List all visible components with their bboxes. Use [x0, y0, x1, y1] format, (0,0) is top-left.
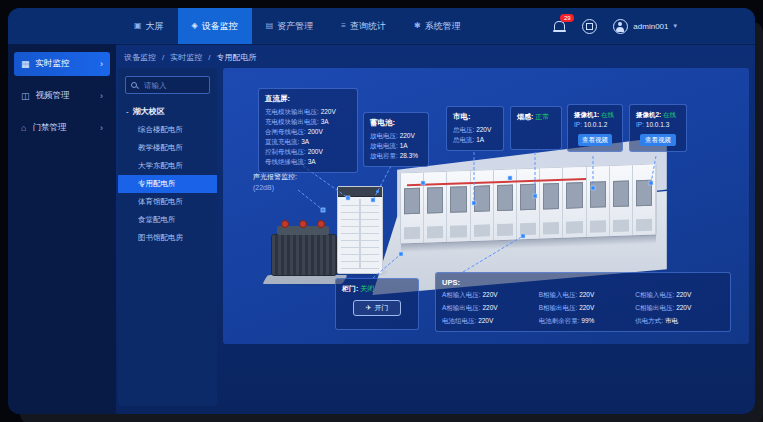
- metric-label: 控制母线电压:: [265, 148, 306, 155]
- breadcrumb-current: 专用配电所: [216, 52, 256, 63]
- transformer: [265, 214, 345, 284]
- metric-label: 电池剩余容量:: [539, 317, 580, 324]
- nav-tab-label: 资产管理: [277, 20, 313, 33]
- callout-mains: 市电: 总电压: 220V 总电流: 1A: [446, 106, 504, 151]
- metric-label: A相输出电压:: [442, 304, 481, 311]
- nav-tab-label: 大屏: [146, 20, 164, 33]
- sidebar-item-label: 实时监控: [36, 58, 70, 70]
- breadcrumb: 设备监控 / 实时监控 / 专用配电所: [124, 50, 256, 64]
- metric-value: 220V: [676, 304, 691, 311]
- metric-label: 放电电流:: [370, 142, 398, 149]
- asset-icon: ▤: [266, 22, 274, 30]
- tree-item-selected[interactable]: 专用配电所: [118, 175, 217, 193]
- fullscreen-icon[interactable]: [582, 19, 597, 34]
- camera-label: 摄像机1:: [574, 111, 599, 118]
- nav-tab-label: 设备监控: [202, 20, 238, 33]
- tree-item[interactable]: 综合楼配电所: [118, 121, 217, 139]
- camera-status: 在线: [663, 111, 676, 118]
- metric-label: B相输出电压:: [539, 304, 578, 311]
- left-sidebar: ▦ 实时监控 › ◫ 视频管理 › ⌂ 门禁管理 ›: [8, 44, 116, 414]
- alarm-bell-icon[interactable]: 29: [552, 19, 566, 33]
- metric-value: 28.3%: [400, 152, 418, 159]
- battery-cabinet: [337, 186, 383, 274]
- metric-value: 3A: [308, 158, 316, 165]
- metric-label: 总电流:: [453, 136, 474, 143]
- metric-value: 99%: [581, 317, 594, 324]
- breadcrumb-item[interactable]: 实时监控: [170, 52, 202, 63]
- tree-item[interactable]: 大学东配电所: [118, 157, 217, 175]
- tree-item[interactable]: 教学楼配电所: [118, 139, 217, 157]
- callout-camera-2: 摄像机2: 在线 IP: 10.0.1.3 查看视频: [629, 104, 687, 152]
- metric-label: A相输入电压:: [442, 291, 481, 298]
- ip-value: 10.0.1.2: [584, 121, 608, 128]
- metric-value: 220V: [478, 317, 493, 324]
- metric-label: 放电容量:: [370, 152, 398, 159]
- battery-title: 蓄电池:: [370, 118, 422, 128]
- tree-item[interactable]: 图书馆配电房: [118, 229, 217, 247]
- nav-tab-label: 查询统计: [350, 20, 386, 33]
- user-menu[interactable]: admin001 ▾: [613, 19, 677, 34]
- sidebar-item-realtime-monitor[interactable]: ▦ 实时监控 ›: [14, 52, 110, 76]
- search-input[interactable]: [142, 80, 204, 91]
- open-door-label: 开门: [374, 303, 388, 313]
- metric-value: 220V: [579, 304, 594, 311]
- tree-item[interactable]: 食堂配电所: [118, 211, 217, 229]
- metric-value: 200V: [308, 148, 323, 155]
- screen-icon: ▣: [134, 22, 142, 30]
- door-status: 关闭: [360, 285, 374, 292]
- smoke-label: 烟感:: [517, 113, 533, 120]
- bell-icon: [554, 21, 565, 30]
- nav-tab-dashboard[interactable]: ▣ 大屏: [120, 8, 178, 44]
- door-icon: ⌂: [21, 124, 26, 133]
- monitor-canvas: 直流屏: 充电模块输出电压: 220V 充电模块输出电流: 3A 合闸母线电压:…: [223, 68, 749, 344]
- chevron-down-icon: ▾: [673, 22, 677, 30]
- ups-title: UPS:: [442, 278, 724, 287]
- metric-value: 200V: [308, 128, 323, 135]
- metric-value: 1A: [400, 142, 408, 149]
- metric-value: 3A: [301, 138, 309, 145]
- nav-tab-system[interactable]: ✱ 系统管理: [400, 8, 475, 44]
- breadcrumb-item[interactable]: 设备监控: [124, 52, 156, 63]
- door-open-icon: ✈: [366, 304, 372, 312]
- open-door-button[interactable]: ✈ 开门: [353, 300, 402, 316]
- ip-value: 10.0.1.3: [646, 121, 670, 128]
- view-video-button[interactable]: 查看视频: [640, 134, 675, 146]
- nav-tabs: ▣ 大屏 ◈ 设备监控 ▤ 资产管理 ≡ 查询统计 ✱ 系统管理: [120, 8, 475, 44]
- view-video-button[interactable]: 查看视频: [578, 134, 612, 146]
- dashboard-frame: ▣ 大屏 ◈ 设备监控 ▤ 资产管理 ≡ 查询统计 ✱ 系统管理: [8, 8, 755, 414]
- station-tree-panel: - 湖大校区 综合楼配电所 教学楼配电所 大学东配电所 专用配电所 体育馆配电所…: [118, 68, 217, 406]
- avatar: [613, 19, 628, 34]
- tree-parent-label: 湖大校区: [133, 106, 165, 117]
- metric-label: 直流充电流:: [265, 138, 299, 145]
- tree-item[interactable]: 体育馆配电所: [118, 193, 217, 211]
- chevron-right-icon: ›: [100, 59, 103, 69]
- metric-value: 1A: [476, 136, 484, 143]
- sidebar-item-video-management[interactable]: ◫ 视频管理 ›: [14, 84, 110, 108]
- stats-icon: ≡: [341, 22, 346, 30]
- metric-label: 母线绝缘电流:: [265, 158, 306, 165]
- breadcrumb-separator: /: [208, 53, 210, 62]
- metric-label: 放电电压:: [370, 132, 398, 139]
- callout-camera-1: 摄像机1: 在线 IP: 10.0.1.2 查看视频: [567, 104, 623, 152]
- sidebar-item-label: 门禁管理: [32, 122, 66, 134]
- metric-value: 220V: [579, 291, 594, 298]
- nav-tab-device-monitor[interactable]: ◈ 设备监控: [178, 8, 252, 44]
- nav-tab-assets[interactable]: ▤ 资产管理: [252, 8, 328, 44]
- metric-label: B相输入电压:: [539, 291, 578, 298]
- smoke-status: 正常: [535, 113, 549, 120]
- sidebar-item-access-control[interactable]: ⌂ 门禁管理 ›: [14, 116, 110, 140]
- sidebar-item-label: 视频管理: [36, 90, 70, 102]
- alarm-value: (22dB): [253, 184, 297, 191]
- metric-label: C相输入电压:: [635, 291, 674, 298]
- metric-value: 220V: [482, 291, 497, 298]
- camera-status: 在线: [601, 111, 614, 118]
- chevron-right-icon: ›: [100, 123, 103, 133]
- metric-value: 220V: [321, 108, 336, 115]
- switchgear-row: [400, 164, 657, 245]
- video-icon: ◫: [21, 92, 30, 101]
- nav-tab-query-stats[interactable]: ≡ 查询统计: [327, 8, 400, 44]
- mains-title: 市电:: [453, 112, 497, 122]
- search-icon: [131, 82, 138, 89]
- realtime-monitor-icon: ▦: [21, 60, 30, 69]
- tree-parent-campus[interactable]: - 湖大校区: [126, 106, 209, 117]
